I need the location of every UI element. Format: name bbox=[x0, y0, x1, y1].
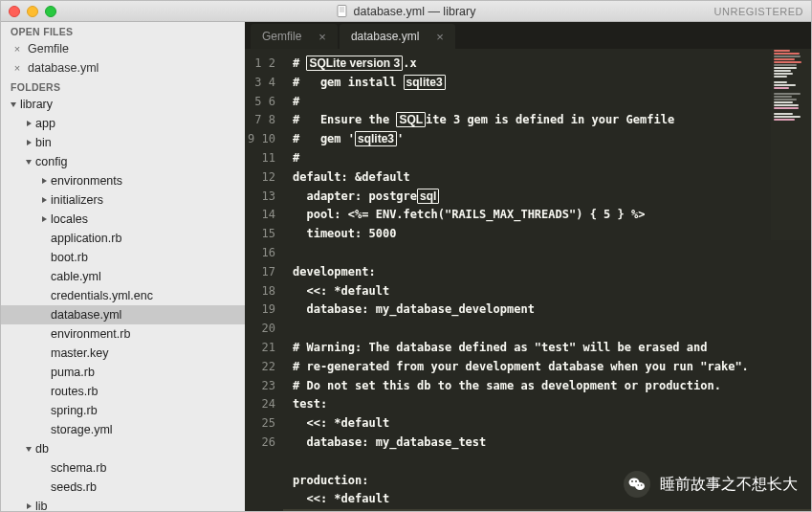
open-files-list: ×Gemfile×database.yml bbox=[1, 39, 245, 78]
tree-label: locales bbox=[51, 212, 88, 226]
disclosure-right-icon[interactable] bbox=[39, 195, 49, 205]
wechat-icon bbox=[624, 471, 650, 498]
svg-point-7 bbox=[635, 480, 637, 482]
tree-folder[interactable]: config bbox=[1, 152, 245, 171]
tree-file[interactable]: seeds.rb bbox=[1, 478, 245, 497]
svg-point-5 bbox=[635, 482, 645, 490]
editor-tabs: Gemfile×database.yml× bbox=[245, 22, 811, 49]
svg-point-8 bbox=[638, 484, 640, 486]
tree-label: bin bbox=[35, 136, 52, 149]
open-file-label: database.yml bbox=[28, 61, 99, 75]
editor-tab[interactable]: Gemfile× bbox=[251, 24, 338, 49]
tree-label: config bbox=[35, 155, 67, 168]
open-file-item[interactable]: ×database.yml bbox=[1, 58, 245, 78]
tree-label: routes.rb bbox=[51, 385, 98, 398]
tree-folder[interactable]: app bbox=[1, 114, 245, 133]
code-content[interactable]: # SQLite version 3.x # gem install sqlit… bbox=[283, 49, 811, 511]
disclosure-right-icon[interactable] bbox=[39, 176, 49, 186]
titlebar[interactable]: database.yml — library UNREGISTERED bbox=[1, 1, 811, 22]
tree-folder[interactable]: locales bbox=[1, 210, 245, 229]
editor-tab[interactable]: database.yml× bbox=[340, 24, 455, 49]
tree-label: schema.rb bbox=[51, 461, 106, 475]
disclosure-right-icon[interactable] bbox=[24, 501, 33, 511]
tree-file[interactable]: spring.rb bbox=[1, 401, 245, 420]
editor-pane: Gemfile×database.yml× 1 2 3 4 5 6 7 8 9 … bbox=[245, 22, 811, 511]
disclosure-down-icon[interactable] bbox=[24, 157, 33, 167]
disclosure-right-icon[interactable] bbox=[24, 119, 33, 128]
unregistered-label: UNREGISTERED bbox=[714, 6, 803, 17]
folder-tree: libraryappbinconfigenvironmentsinitializ… bbox=[1, 95, 245, 511]
tree-label: initializers bbox=[51, 193, 103, 207]
tree-folder[interactable]: environments bbox=[1, 171, 245, 190]
tab-close-icon[interactable]: × bbox=[318, 30, 326, 44]
tree-file[interactable]: puma.rb bbox=[1, 363, 245, 382]
tree-file[interactable]: environment.rb bbox=[1, 324, 245, 344]
tree-file[interactable]: database.yml bbox=[1, 305, 245, 324]
sidebar: OPEN FILES ×Gemfile×database.yml FOLDERS… bbox=[1, 22, 245, 511]
window-title: database.yml — library bbox=[1, 5, 811, 18]
watermark-text: 睡前故事之不想长大 bbox=[660, 475, 798, 495]
tree-file[interactable]: routes.rb bbox=[1, 382, 245, 401]
tree-label: application.rb bbox=[51, 232, 121, 245]
tree-label: environments bbox=[51, 174, 122, 188]
disclosure-down-icon[interactable] bbox=[24, 444, 33, 454]
tree-file[interactable]: master.key bbox=[1, 344, 245, 363]
document-icon bbox=[337, 5, 348, 17]
tree-label: storage.yml bbox=[51, 423, 113, 436]
tree-folder[interactable]: lib bbox=[1, 497, 245, 511]
tree-label: environment.rb bbox=[51, 327, 130, 341]
line-gutter: 1 2 3 4 5 6 7 8 9 10 11 12 13 14 15 16 1… bbox=[245, 49, 283, 511]
tree-file[interactable]: boot.rb bbox=[1, 248, 245, 267]
watermark: 睡前故事之不想长大 bbox=[624, 471, 798, 498]
tree-file[interactable]: storage.yml bbox=[1, 420, 245, 439]
tree-label: boot.rb bbox=[51, 251, 88, 264]
open-files-header: OPEN FILES bbox=[1, 22, 245, 39]
minimap[interactable] bbox=[771, 49, 811, 240]
tab-label: database.yml bbox=[351, 30, 419, 43]
tree-label: library bbox=[20, 98, 53, 111]
tree-folder[interactable]: bin bbox=[1, 133, 245, 152]
disclosure-right-icon[interactable] bbox=[24, 138, 33, 147]
tab-label: Gemfile bbox=[262, 30, 301, 43]
tree-label: app bbox=[35, 117, 55, 130]
disclosure-down-icon[interactable] bbox=[9, 100, 18, 109]
tree-label: master.key bbox=[51, 346, 108, 360]
tree-file[interactable]: credentials.yml.enc bbox=[1, 286, 245, 305]
close-file-icon[interactable]: × bbox=[12, 43, 22, 55]
tree-file[interactable]: cable.yml bbox=[1, 267, 245, 286]
open-file-label: Gemfile bbox=[28, 42, 69, 56]
tree-file[interactable]: schema.rb bbox=[1, 458, 245, 478]
app-window: database.yml — library UNREGISTERED OPEN… bbox=[0, 0, 812, 512]
tab-close-icon[interactable]: × bbox=[436, 30, 444, 44]
tree-folder[interactable]: initializers bbox=[1, 190, 245, 210]
close-file-icon[interactable]: × bbox=[12, 62, 22, 74]
tree-label: db bbox=[35, 442, 49, 456]
tree-folder[interactable]: library bbox=[1, 95, 245, 114]
tree-label: credentials.yml.enc bbox=[51, 289, 153, 302]
code-area[interactable]: 1 2 3 4 5 6 7 8 9 10 11 12 13 14 15 16 1… bbox=[245, 49, 811, 511]
open-file-item[interactable]: ×Gemfile bbox=[1, 39, 245, 58]
tree-label: puma.rb bbox=[51, 366, 95, 379]
folders-header: FOLDERS bbox=[1, 78, 245, 95]
tree-label: seeds.rb bbox=[51, 480, 97, 494]
window-body: OPEN FILES ×Gemfile×database.yml FOLDERS… bbox=[1, 22, 811, 511]
tree-label: database.yml bbox=[51, 308, 121, 322]
tree-label: lib bbox=[35, 500, 48, 511]
svg-point-6 bbox=[631, 480, 633, 482]
svg-point-9 bbox=[641, 484, 643, 486]
tree-folder[interactable]: db bbox=[1, 439, 245, 458]
disclosure-right-icon[interactable] bbox=[39, 214, 49, 224]
tree-label: cable.yml bbox=[51, 270, 101, 283]
tree-label: spring.rb bbox=[51, 404, 98, 417]
tree-file[interactable]: application.rb bbox=[1, 229, 245, 248]
